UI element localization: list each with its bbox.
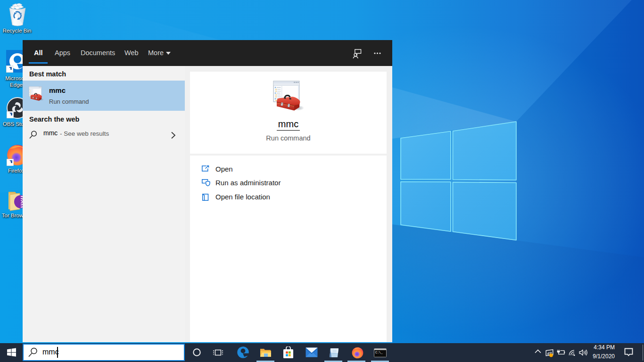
svg-text:C:\_: C:\_ (375, 351, 383, 354)
